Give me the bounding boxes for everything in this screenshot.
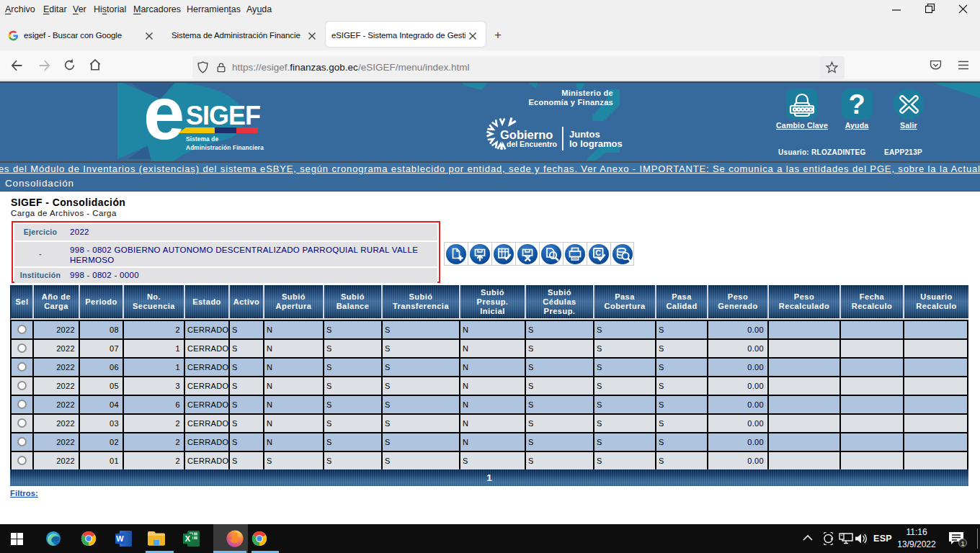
svg-text:1: 1 <box>961 540 965 547</box>
svg-text:Ministerio de: Ministerio de <box>561 89 613 97</box>
svg-text:del Encuentro: del Encuentro <box>507 140 557 148</box>
svg-text:Usuario: RLOZADINTEG: Usuario: RLOZADINTEG <box>778 148 866 156</box>
svg-text:EAPP213P: EAPP213P <box>884 148 922 156</box>
svg-text:e: e <box>143 83 184 155</box>
svg-text:?: ? <box>848 89 865 120</box>
svg-text:Ayuda: Ayuda <box>845 121 869 130</box>
svg-text:Cambio Clave: Cambio Clave <box>776 121 828 130</box>
svg-text:Administración Financiera: Administración Financiera <box>186 144 264 151</box>
svg-text:lo logramos: lo logramos <box>569 138 623 149</box>
svg-text:X: X <box>185 534 191 543</box>
svg-text:Salir: Salir <box>900 121 917 130</box>
svg-text:Sistema de: Sistema de <box>186 135 219 143</box>
svg-text:W: W <box>116 534 124 543</box>
svg-text:SIGEF: SIGEF <box>186 101 260 130</box>
svg-text:C: C <box>595 248 601 257</box>
svg-text:Economía y Finanzas: Economía y Finanzas <box>528 98 613 107</box>
